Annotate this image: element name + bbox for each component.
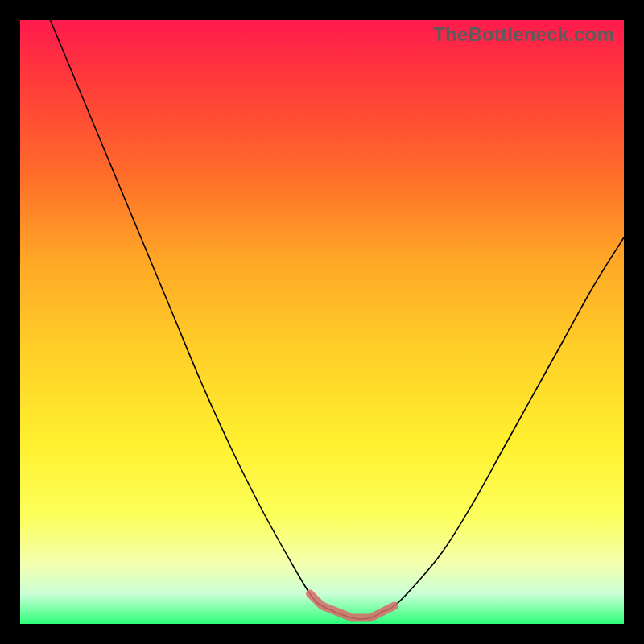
optimal-highlight — [310, 594, 394, 618]
chart-frame: TheBottleneck.com — [0, 0, 644, 644]
plot-svg — [20, 20, 624, 624]
plot-area: TheBottleneck.com — [20, 20, 624, 624]
bottleneck-curve — [51, 20, 625, 619]
